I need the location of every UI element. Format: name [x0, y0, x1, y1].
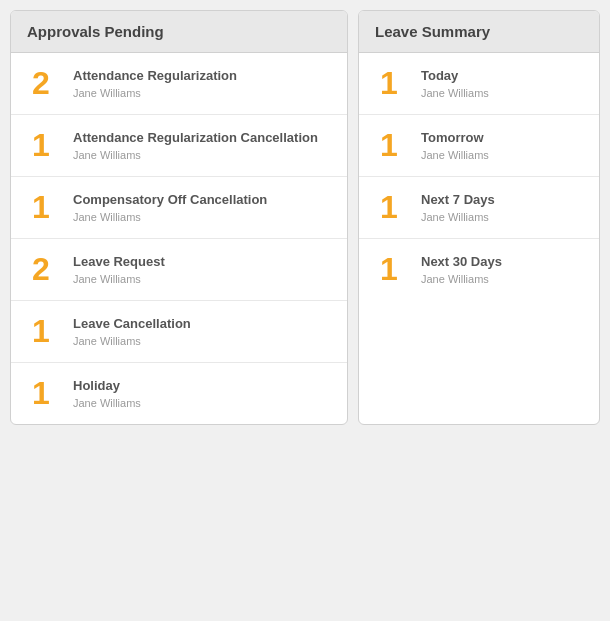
leave-title-0: Today: [421, 68, 489, 85]
approvals-info-5: Holiday Jane Williams: [73, 378, 141, 409]
approvals-count-3: 2: [21, 251, 61, 288]
approvals-list-item[interactable]: 2 Attendance Regularization Jane William…: [11, 53, 347, 115]
approvals-count-1: 1: [21, 127, 61, 164]
approvals-header: Approvals Pending: [11, 11, 347, 53]
leave-subtitle-3: Jane Williams: [421, 273, 502, 285]
approvals-count-0: 2: [21, 65, 61, 102]
approvals-title-0: Attendance Regularization: [73, 68, 237, 85]
approvals-title-4: Leave Cancellation: [73, 316, 191, 333]
approvals-title-1: Attendance Regularization Cancellation: [73, 130, 318, 147]
approvals-subtitle-0: Jane Williams: [73, 87, 237, 99]
leave-count-2: 1: [369, 189, 409, 226]
approvals-subtitle-5: Jane Williams: [73, 397, 141, 409]
approvals-count-2: 1: [21, 189, 61, 226]
leave-header: Leave Summary: [359, 11, 599, 53]
leave-count-1: 1: [369, 127, 409, 164]
leave-subtitle-1: Jane Williams: [421, 149, 489, 161]
approvals-info-4: Leave Cancellation Jane Williams: [73, 316, 191, 347]
approvals-subtitle-1: Jane Williams: [73, 149, 318, 161]
leave-count-0: 1: [369, 65, 409, 102]
leave-count-3: 1: [369, 251, 409, 288]
approvals-count-4: 1: [21, 313, 61, 350]
leave-subtitle-2: Jane Williams: [421, 211, 495, 223]
leave-info-0: Today Jane Williams: [421, 68, 489, 99]
approvals-panel: Approvals Pending 2 Attendance Regulariz…: [10, 10, 348, 425]
approvals-list-item[interactable]: 1 Leave Cancellation Jane Williams: [11, 301, 347, 363]
approvals-list: 2 Attendance Regularization Jane William…: [11, 53, 347, 424]
leave-list-item[interactable]: 1 Next 7 Days Jane Williams: [359, 177, 599, 239]
approvals-title-5: Holiday: [73, 378, 141, 395]
approvals-subtitle-3: Jane Williams: [73, 273, 165, 285]
approvals-info-2: Compensatory Off Cancellation Jane Willi…: [73, 192, 267, 223]
approvals-count-5: 1: [21, 375, 61, 412]
approvals-info-0: Attendance Regularization Jane Williams: [73, 68, 237, 99]
leave-title-1: Tomorrow: [421, 130, 489, 147]
approvals-info-1: Attendance Regularization Cancellation J…: [73, 130, 318, 161]
approvals-title-2: Compensatory Off Cancellation: [73, 192, 267, 209]
leave-info-1: Tomorrow Jane Williams: [421, 130, 489, 161]
leave-info-3: Next 30 Days Jane Williams: [421, 254, 502, 285]
approvals-list-item[interactable]: 1 Holiday Jane Williams: [11, 363, 347, 424]
leave-list-item[interactable]: 1 Today Jane Williams: [359, 53, 599, 115]
approvals-subtitle-4: Jane Williams: [73, 335, 191, 347]
approvals-list-item[interactable]: 1 Compensatory Off Cancellation Jane Wil…: [11, 177, 347, 239]
approvals-list-item[interactable]: 2 Leave Request Jane Williams: [11, 239, 347, 301]
leave-list: 1 Today Jane Williams 1 Tomorrow Jane Wi…: [359, 53, 599, 300]
leave-title-2: Next 7 Days: [421, 192, 495, 209]
approvals-list-item[interactable]: 1 Attendance Regularization Cancellation…: [11, 115, 347, 177]
leave-info-2: Next 7 Days Jane Williams: [421, 192, 495, 223]
approvals-info-3: Leave Request Jane Williams: [73, 254, 165, 285]
leave-title-3: Next 30 Days: [421, 254, 502, 271]
approvals-subtitle-2: Jane Williams: [73, 211, 267, 223]
leave-list-item[interactable]: 1 Next 30 Days Jane Williams: [359, 239, 599, 300]
leave-subtitle-0: Jane Williams: [421, 87, 489, 99]
leave-panel: Leave Summary 1 Today Jane Williams 1 To…: [358, 10, 600, 425]
leave-list-item[interactable]: 1 Tomorrow Jane Williams: [359, 115, 599, 177]
main-container: Approvals Pending 2 Attendance Regulariz…: [10, 10, 600, 425]
approvals-title-3: Leave Request: [73, 254, 165, 271]
